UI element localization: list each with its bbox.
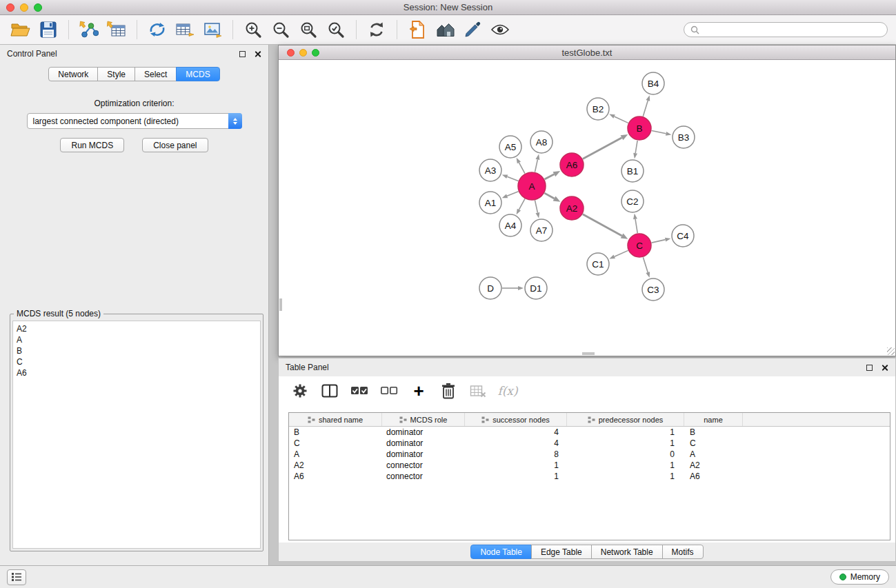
export-image-button[interactable] xyxy=(199,18,226,41)
mcds-result-item[interactable]: A xyxy=(13,334,260,345)
column-header-predecessor-nodes[interactable]: predecessor nodes xyxy=(567,413,684,426)
style-brush-button[interactable] xyxy=(459,18,486,41)
zoom-fit-button[interactable] xyxy=(295,18,322,41)
graph-node-B1[interactable]: B1 xyxy=(621,160,644,182)
graph-edge-A-A7[interactable] xyxy=(535,201,539,219)
tab-node-table[interactable]: Node Table xyxy=(470,545,532,559)
graph-node-C1[interactable]: C1 xyxy=(587,253,609,275)
graph-node-B[interactable]: B xyxy=(628,116,651,140)
delete-button[interactable] xyxy=(439,382,457,400)
float-panel-icon[interactable] xyxy=(239,51,246,57)
graph-edge-A-A3[interactable] xyxy=(502,174,519,181)
tab-select[interactable]: Select xyxy=(135,67,177,81)
zoom-out-button[interactable] xyxy=(267,18,295,41)
graph-edge-D-D1[interactable] xyxy=(502,286,524,290)
minimize-light-icon[interactable] xyxy=(20,3,28,12)
task-history-button[interactable] xyxy=(7,569,26,585)
minimize-light-icon[interactable] xyxy=(299,49,307,57)
run-mcds-button[interactable]: Run MCDS xyxy=(60,138,124,152)
tab-mcds[interactable]: MCDS xyxy=(176,67,219,81)
close-light-icon[interactable] xyxy=(287,49,295,57)
new-network-button[interactable] xyxy=(143,18,171,41)
column-header-shared-name[interactable]: shared name xyxy=(289,413,382,426)
tab-edge-table[interactable]: Edge Table xyxy=(531,545,592,559)
graph-edge-A-A2[interactable] xyxy=(544,193,560,202)
splitter-handle[interactable] xyxy=(279,298,282,311)
table-row[interactable]: Bdominator41B xyxy=(289,427,890,438)
show-columns-button[interactable] xyxy=(321,382,339,400)
tab-network-table[interactable]: Network Table xyxy=(591,545,663,559)
column-header-name[interactable]: name xyxy=(684,413,743,426)
float-panel-icon[interactable] xyxy=(866,365,873,371)
close-panel-button[interactable]: Close panel xyxy=(142,138,208,152)
graph-node-C3[interactable]: C3 xyxy=(642,278,664,301)
graph-edge-A-A1[interactable] xyxy=(502,192,519,199)
export-table-button[interactable] xyxy=(171,18,199,41)
network-canvas[interactable]: B4B2BB3A5A8A6A3B1AA1C2A2A4A7C4CC1C3DD1 xyxy=(279,60,895,356)
graph-edge-B-B4[interactable] xyxy=(643,95,650,116)
graph-edge-A-A6[interactable] xyxy=(545,171,561,179)
graph-edge-C-C2[interactable] xyxy=(633,214,637,233)
graph-node-A3[interactable]: A3 xyxy=(479,159,501,181)
import-network-button[interactable] xyxy=(75,18,103,41)
memory-button[interactable]: Memory xyxy=(830,569,889,585)
close-panel-icon[interactable] xyxy=(881,364,888,372)
save-session-button[interactable] xyxy=(34,18,62,41)
graph-edge-B-B2[interactable] xyxy=(609,114,628,123)
graph-node-B3[interactable]: B3 xyxy=(673,126,695,148)
tab-network[interactable]: Network xyxy=(48,67,98,81)
search-input[interactable] xyxy=(704,25,881,34)
mcds-result-item[interactable]: A2 xyxy=(13,323,260,334)
graph-edge-C-C3[interactable] xyxy=(643,257,650,278)
table-row[interactable]: Cdominator41C xyxy=(289,438,890,449)
network-window-titlebar[interactable]: testGlobe.txt xyxy=(279,45,895,60)
graph-node-A5[interactable]: A5 xyxy=(499,136,521,158)
zoom-in-button[interactable] xyxy=(239,18,267,41)
zoom-selected-button[interactable] xyxy=(322,18,350,41)
graph-edge-B-B1[interactable] xyxy=(633,141,637,159)
graph-node-A6[interactable]: A6 xyxy=(560,153,584,176)
add-row-button[interactable]: + xyxy=(410,382,428,400)
graph-edge-A2-C[interactable] xyxy=(583,214,628,239)
graph-node-A[interactable]: A xyxy=(518,172,546,200)
close-light-icon[interactable] xyxy=(6,3,14,12)
mcds-result-item[interactable]: C xyxy=(13,356,260,367)
network-graph[interactable]: B4B2BB3A5A8A6A3B1AA1C2A2A4A7C4CC1C3DD1 xyxy=(279,60,895,356)
graph-edge-C-C1[interactable] xyxy=(609,250,628,258)
graph-edge-A-A4[interactable] xyxy=(517,199,525,214)
zoom-light-icon[interactable] xyxy=(34,3,42,12)
table-row[interactable]: Adominator80A xyxy=(289,449,890,460)
table-settings-button[interactable] xyxy=(291,382,309,400)
graph-node-C[interactable]: C xyxy=(628,234,651,257)
column-header-successor-nodes[interactable]: successor nodes xyxy=(465,413,567,426)
graph-node-A2[interactable]: A2 xyxy=(560,196,584,220)
tab-motifs[interactable]: Motifs xyxy=(662,545,704,559)
open-session-button[interactable] xyxy=(7,18,34,41)
select-all-button[interactable] xyxy=(350,382,368,400)
mcds-result-item[interactable]: A6 xyxy=(13,367,260,378)
unselect-all-button[interactable] xyxy=(380,382,398,400)
graph-node-D1[interactable]: D1 xyxy=(525,277,547,299)
graph-edge-A-A8[interactable] xyxy=(535,154,539,172)
graph-edge-B-B3[interactable] xyxy=(652,131,672,136)
import-table-button[interactable] xyxy=(103,18,130,41)
graph-edge-C-C4[interactable] xyxy=(652,238,671,243)
mcds-result-list[interactable]: A2ABCA6 xyxy=(12,321,261,549)
show-hide-button[interactable] xyxy=(486,18,514,41)
refresh-button[interactable] xyxy=(363,18,390,41)
open-recent-button[interactable] xyxy=(404,18,431,41)
tab-style[interactable]: Style xyxy=(97,67,135,81)
graph-node-A8[interactable]: A8 xyxy=(530,131,552,153)
graph-node-D[interactable]: D xyxy=(479,277,501,299)
graph-node-A4[interactable]: A4 xyxy=(499,214,521,236)
graph-node-B4[interactable]: B4 xyxy=(642,72,664,94)
graph-edge-A-A5[interactable] xyxy=(517,158,525,174)
column-header-mcds-role[interactable]: MCDS role xyxy=(382,413,465,426)
mcds-result-item[interactable]: B xyxy=(13,345,260,356)
graph-node-C4[interactable]: C4 xyxy=(672,225,694,247)
search-field[interactable] xyxy=(684,22,888,37)
home-button[interactable] xyxy=(431,18,459,41)
graph-node-A7[interactable]: A7 xyxy=(530,219,552,241)
resize-grip-icon[interactable] xyxy=(887,347,895,355)
close-panel-icon[interactable] xyxy=(254,50,261,58)
